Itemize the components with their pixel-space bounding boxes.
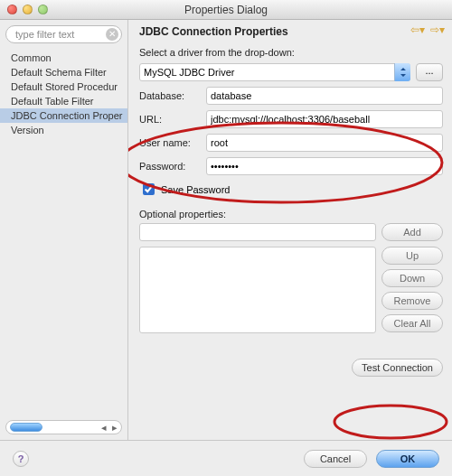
- sidebar-item-table-filter[interactable]: Default Table Filter: [0, 94, 127, 108]
- annotation-highlight-test: [327, 400, 452, 440]
- sidebar-item-schema-filter[interactable]: Default Schema Filter: [0, 65, 127, 79]
- sidebar-list: Common Default Schema Filter Default Sto…: [0, 47, 127, 416]
- down-button[interactable]: Down: [381, 269, 443, 287]
- optional-props-label: Optional properties:: [139, 209, 443, 219]
- horizontal-scrollbar[interactable]: ◂ ▸: [5, 420, 122, 434]
- window-title: Properties Dialog: [0, 4, 452, 16]
- dialog-footer: ? Cancel OK: [0, 440, 452, 476]
- driver-prompt: Select a driver from the drop-down:: [139, 47, 443, 58]
- driver-select[interactable]: [139, 63, 410, 81]
- clear-all-button[interactable]: Clear All: [381, 314, 443, 332]
- clear-filter-icon[interactable]: ✕: [106, 28, 118, 41]
- sidebar-item-common[interactable]: Common: [0, 51, 127, 65]
- scroll-right-icon[interactable]: ▸: [110, 423, 119, 432]
- username-input[interactable]: [206, 134, 443, 152]
- main-panel: ⇦▾ ⇨▾ JDBC Connection Properties Select …: [128, 20, 452, 440]
- back-icon[interactable]: ⇦▾: [410, 23, 425, 36]
- scrollbar-thumb[interactable]: [10, 423, 42, 432]
- password-input[interactable]: [206, 157, 443, 175]
- help-button[interactable]: ?: [13, 451, 29, 467]
- sidebar-item-stored-proc[interactable]: Default Stored Procedur: [0, 79, 127, 94]
- dropdown-arrows-icon[interactable]: [394, 63, 410, 81]
- database-label: Database:: [139, 90, 206, 101]
- svg-point-1: [334, 406, 447, 438]
- browse-driver-button[interactable]: ...: [416, 63, 443, 81]
- titlebar: Properties Dialog: [0, 0, 452, 20]
- sidebar-item-version[interactable]: Version: [0, 123, 127, 137]
- save-password-checkbox[interactable]: [143, 183, 155, 195]
- up-button[interactable]: Up: [381, 247, 443, 265]
- dialog-body: ✕ Common Default Schema Filter Default S…: [0, 20, 452, 440]
- history-nav: ⇦▾ ⇨▾: [410, 23, 445, 36]
- test-connection-button[interactable]: Test Connection: [352, 359, 443, 377]
- url-input[interactable]: [206, 110, 443, 128]
- add-button[interactable]: Add: [381, 223, 443, 241]
- username-label: User name:: [139, 137, 206, 148]
- cancel-button[interactable]: Cancel: [304, 450, 367, 468]
- driver-select-wrap: [139, 63, 410, 81]
- remove-button[interactable]: Remove: [381, 292, 443, 310]
- optional-props-list[interactable]: [139, 247, 376, 333]
- scroll-left-icon[interactable]: ◂: [99, 423, 108, 432]
- url-label: URL:: [139, 114, 206, 125]
- save-password-label: Save Password: [161, 184, 230, 195]
- filter-input[interactable]: [5, 25, 122, 43]
- sidebar-item-jdbc[interactable]: JDBC Connection Proper: [0, 108, 127, 123]
- ok-button[interactable]: OK: [376, 450, 439, 468]
- database-input[interactable]: [206, 87, 443, 105]
- page-title: JDBC Connection Properties: [139, 25, 443, 38]
- sidebar: ✕ Common Default Schema Filter Default S…: [0, 20, 128, 440]
- filter-wrap: ✕: [5, 25, 122, 43]
- forward-icon[interactable]: ⇨▾: [430, 23, 445, 36]
- password-label: Password:: [139, 161, 206, 172]
- optional-property-input[interactable]: [139, 223, 376, 241]
